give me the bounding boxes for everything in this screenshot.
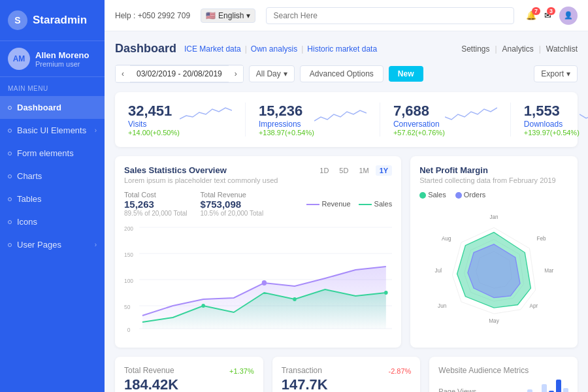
tab-5d[interactable]: 5D <box>335 165 352 176</box>
flag-icon: 🇺🇸 <box>206 11 216 20</box>
date-prev-button[interactable]: ‹ <box>116 66 130 82</box>
total-revenue-card-title: Total Revenue <box>124 366 174 375</box>
total-revenue-card-value: 184.42K <box>124 376 254 392</box>
bar-7 <box>563 388 568 392</box>
all-day-selector[interactable]: All Day ▾ <box>249 65 295 82</box>
message-icon[interactable]: ✉ 3 <box>544 10 551 20</box>
dashboard-header: Dashboard ICE Market data | Own analysis… <box>115 42 578 56</box>
sales-chart-sub: Lorem ipsum is placeholder text commonly… <box>124 176 278 184</box>
stats-row: 32,451 Visits +14.00(+0.50%) 15,236 Impr… <box>115 92 578 147</box>
language-label: English <box>218 11 244 20</box>
chevron-right-icon: › <box>95 127 97 134</box>
sparkline-impressions <box>314 103 367 125</box>
bar-4 <box>542 384 547 392</box>
breadcrumb-item-2[interactable]: Own analysis <box>251 44 297 54</box>
svg-point-15 <box>384 291 388 295</box>
chevron-down-icon: ▾ <box>284 69 287 78</box>
sidebar-item-tables[interactable]: Tables <box>0 188 105 210</box>
stat-value-impressions: 15,236 <box>259 103 314 120</box>
user-info: Allen Moreno Premium user <box>35 50 89 68</box>
stat-label-impressions: Impressions <box>259 120 314 129</box>
stat-value-conversation: 7,688 <box>393 103 445 120</box>
radar-legend-sales: Sales <box>428 191 446 199</box>
breadcrumb-sep: | <box>245 44 247 54</box>
bar-2 <box>527 389 532 392</box>
stat-conversation: 7,688 Conversation +57.62(+0.76%) <box>380 103 511 137</box>
menu-dot-icon <box>8 243 12 247</box>
total-revenue-label: Total Revenue <box>201 191 264 199</box>
total-cost-value: 15,263 <box>124 199 188 210</box>
time-tabs: 1D 5D 1M 1Y <box>316 165 392 176</box>
topbar-icons: 🔔 7 ✉ 3 👤 <box>526 7 578 25</box>
language-selector[interactable]: 🇺🇸 English ▾ <box>201 8 255 23</box>
settings-link[interactable]: Settings <box>461 44 489 54</box>
sidebar-item-icons[interactable]: Icons <box>0 210 105 233</box>
radar-svg: Jan Feb Mar Apr May Jun Jul Aug <box>429 204 559 335</box>
notification-badge: 7 <box>532 7 540 15</box>
user-avatar-topbar[interactable]: 👤 <box>559 7 578 25</box>
menu-dot-icon <box>8 152 12 155</box>
sidebar-item-dashboard[interactable]: Dashboard <box>0 96 105 119</box>
radar-chart-card: Net Profit Margin Started collecting dat… <box>410 156 578 348</box>
export-label: Export <box>541 69 564 78</box>
stat-change-downloads: +139.97(+0.54%) <box>524 129 580 137</box>
sidebar-item-label: User Pages <box>17 240 61 250</box>
search-input[interactable] <box>266 7 514 24</box>
svg-text:Aug: Aug <box>442 236 451 242</box>
stat-change-conversation: +57.62(+0.76%) <box>393 129 445 137</box>
tab-1y[interactable]: 1Y <box>376 165 392 176</box>
sales-legend-dot <box>359 204 372 205</box>
watchlist-link[interactable]: Watchlist <box>546 44 578 54</box>
sidebar-item-form[interactable]: Form elements <box>0 142 105 165</box>
stat-label-visits: Visits <box>128 120 180 129</box>
audience-metrics-title: Website Audience Metrics <box>438 366 568 375</box>
advanced-options-button[interactable]: Advanced Options <box>300 65 384 82</box>
breadcrumb-item-3[interactable]: Historic market data <box>307 44 377 54</box>
export-button[interactable]: Export ▾ <box>534 65 578 82</box>
new-button[interactable]: New <box>389 66 423 82</box>
sales-chart-card: Sales Statistics Overview Lorem ipsum is… <box>115 156 401 348</box>
sidebar-item-user-pages[interactable]: User Pages › <box>0 233 105 256</box>
svg-text:100: 100 <box>124 278 133 284</box>
page-views-bar-chart <box>520 376 568 392</box>
help-text: Help : +050 2992 709 <box>115 11 190 20</box>
date-next-button[interactable]: › <box>229 66 243 82</box>
chart-legend: Revenue Sales <box>306 200 393 208</box>
sidebar-user: AM Allen Moreno Premium user <box>0 41 105 77</box>
analytics-link[interactable]: Analytics <box>502 44 534 54</box>
sidebar-item-basic-ui[interactable]: Basic UI Elements › <box>0 119 105 142</box>
sales-chart-title: Sales Statistics Overview <box>124 165 278 175</box>
radar-chart-sub: Started collecting data from February 20… <box>419 176 568 184</box>
menu-label: Main Menu <box>0 77 105 96</box>
svg-text:150: 150 <box>124 252 133 258</box>
sales-line-chart: 200 150 100 50 0 <box>124 221 392 338</box>
sales-legend-label: Sales <box>374 200 393 208</box>
all-day-label: All Day <box>256 69 281 78</box>
sidebar-item-label: Basic UI Elements <box>17 125 86 135</box>
tab-1d[interactable]: 1D <box>316 165 333 176</box>
sparkline-downloads <box>580 103 588 125</box>
svg-point-12 <box>262 280 267 286</box>
page-title: Dashboard <box>115 42 176 56</box>
stat-change-impressions: +138.97(+0.54%) <box>259 129 314 137</box>
sidebar-item-label: Dashboard <box>17 103 61 112</box>
stat-change-visits: +14.00(+0.50%) <box>128 129 180 137</box>
menu-dot-icon <box>8 220 12 224</box>
svg-text:50: 50 <box>124 304 130 310</box>
svg-text:0: 0 <box>127 327 131 333</box>
notification-bell[interactable]: 🔔 7 <box>526 10 536 20</box>
orders-radar-dot <box>455 192 462 199</box>
sidebar-item-charts[interactable]: Charts <box>0 165 105 188</box>
sidebar: S Staradmin AM Allen Moreno Premium user… <box>0 0 105 392</box>
bottom-row: Total Revenue +1.37% 184.42K <box>115 357 578 392</box>
transaction-card-value: 147.7K <box>282 376 412 392</box>
radar-chart-wrapper: Jan Feb Mar Apr May Jun Jul Aug <box>419 204 568 335</box>
radar-legend: Sales Orders <box>419 191 568 199</box>
sidebar-logo: S Staradmin <box>0 0 105 41</box>
breadcrumb-item-1[interactable]: ICE Market data <box>184 44 241 54</box>
user-role: Premium user <box>35 60 89 68</box>
message-badge: 3 <box>547 7 555 15</box>
chevron-down-icon: ▾ <box>566 69 570 78</box>
svg-point-13 <box>201 304 205 308</box>
tab-1m[interactable]: 1M <box>355 165 372 176</box>
